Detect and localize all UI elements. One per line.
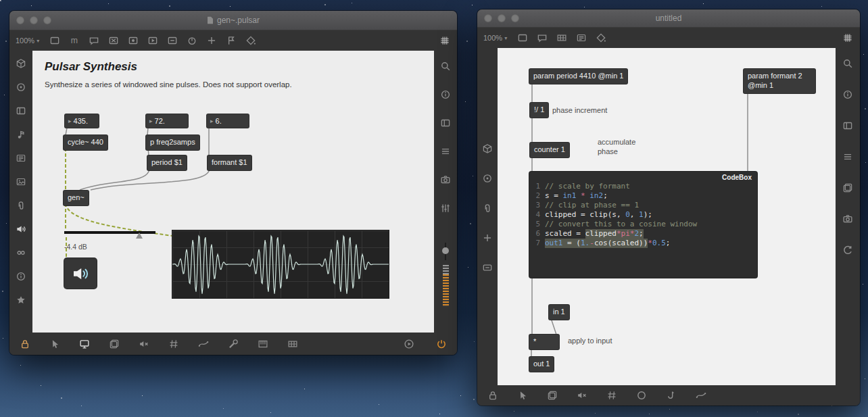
console-list-icon[interactable] bbox=[842, 151, 854, 163]
mixer-icon[interactable] bbox=[439, 202, 452, 214]
console-list-icon[interactable] bbox=[439, 145, 452, 157]
compile-refresh-icon[interactable] bbox=[842, 244, 854, 256]
gain-slider[interactable] bbox=[64, 229, 155, 239]
lock-icon[interactable] bbox=[487, 389, 499, 401]
number-box-formant[interactable]: ▸ 6. bbox=[207, 114, 249, 128]
number-box-period[interactable]: ▸ 72. bbox=[146, 114, 188, 128]
speaker-toggle-button[interactable] bbox=[64, 258, 97, 289]
circle-tool-icon[interactable] bbox=[635, 389, 648, 401]
maximize-button[interactable] bbox=[511, 14, 519, 22]
keyboard-piano-icon[interactable] bbox=[257, 338, 269, 350]
attachments-icon[interactable] bbox=[481, 202, 493, 214]
patch-cords-icon[interactable] bbox=[197, 338, 210, 350]
object-param-formant[interactable]: param formant 2 @min 1 bbox=[744, 69, 815, 93]
playbar-icon[interactable] bbox=[147, 34, 159, 47]
step-grid-icon[interactable] bbox=[287, 338, 299, 350]
attachments-icon[interactable] bbox=[15, 199, 27, 212]
close-button[interactable] bbox=[16, 16, 24, 24]
clips-icon[interactable] bbox=[575, 32, 587, 44]
vizzie-icon[interactable] bbox=[15, 270, 27, 283]
object-box-icon[interactable] bbox=[516, 32, 529, 44]
button-icon[interactable] bbox=[127, 34, 139, 47]
toggle-icon[interactable] bbox=[107, 34, 120, 47]
object-in1[interactable]: in 1 bbox=[549, 305, 569, 320]
number-box-freq[interactable]: ▸ 435. bbox=[65, 114, 99, 128]
inspector-icon[interactable] bbox=[439, 89, 452, 101]
code-line[interactable]: 4clipped = clip(s, 0, 1); bbox=[529, 210, 757, 220]
images-icon[interactable] bbox=[15, 176, 27, 188]
minimize-button[interactable] bbox=[30, 16, 38, 24]
sidebar-panel-icon[interactable] bbox=[842, 120, 854, 132]
object-gen[interactable]: gen~ bbox=[64, 191, 89, 205]
object-phase-increment[interactable]: !/ 1 bbox=[530, 103, 548, 118]
slider-handle[interactable] bbox=[136, 232, 143, 239]
presentation-mode-icon[interactable] bbox=[78, 338, 91, 350]
grid-toggle-icon[interactable] bbox=[842, 32, 854, 44]
paint-format-icon[interactable] bbox=[595, 32, 607, 44]
paint-format-icon[interactable] bbox=[245, 34, 257, 47]
clips-icon[interactable] bbox=[15, 152, 27, 164]
lock-icon[interactable] bbox=[19, 338, 31, 350]
maximize-button[interactable] bbox=[43, 16, 51, 24]
comment-phase-increment[interactable]: phase increment bbox=[552, 105, 607, 115]
inspector-icon[interactable] bbox=[842, 89, 854, 101]
titlebar[interactable]: untitled bbox=[477, 9, 860, 28]
code-line[interactable]: 7out1 = (1.-cos(scaled))*0.5; bbox=[529, 239, 757, 248]
audio-files-icon[interactable] bbox=[15, 128, 27, 141]
comment-apply-to-input[interactable]: apply to input bbox=[568, 336, 612, 345]
number-box-icon[interactable] bbox=[166, 34, 178, 47]
snippets-icon[interactable] bbox=[15, 81, 27, 93]
snapshot-camera-icon[interactable] bbox=[842, 213, 854, 225]
select-tool-icon[interactable] bbox=[516, 389, 529, 401]
layers-icon[interactable] bbox=[108, 338, 120, 350]
object-multiply[interactable]: * bbox=[529, 335, 559, 349]
grid-snap-icon[interactable] bbox=[606, 389, 618, 401]
waveform-scope[interactable] bbox=[172, 230, 389, 298]
console-panel-icon[interactable] bbox=[15, 105, 27, 117]
code-line[interactable]: 5// convert this to a cosine window bbox=[529, 220, 757, 229]
comment-icon[interactable] bbox=[536, 32, 548, 44]
object-counter[interactable]: counter 1 bbox=[530, 143, 569, 157]
level-meter[interactable] bbox=[443, 243, 449, 307]
audio-io-icon[interactable] bbox=[15, 223, 27, 235]
message-box-icon[interactable] bbox=[68, 34, 80, 47]
dial-icon[interactable] bbox=[186, 34, 198, 47]
grid-toggle-icon[interactable] bbox=[439, 34, 451, 47]
code-line[interactable]: 1// scale by formant bbox=[529, 182, 757, 191]
snapshot-camera-icon[interactable] bbox=[439, 174, 452, 186]
patch-cords-icon[interactable] bbox=[695, 389, 707, 401]
audio-mute-icon[interactable] bbox=[576, 389, 588, 401]
codebox[interactable]: CodeBox 1// scale by formant2s = in1 * i… bbox=[529, 172, 757, 278]
object-period[interactable]: period $1 bbox=[147, 155, 187, 170]
comment-icon[interactable] bbox=[88, 34, 100, 47]
meter-knob[interactable] bbox=[442, 247, 449, 254]
object-cycle[interactable]: cycle~ 440 bbox=[64, 135, 107, 150]
code-line[interactable]: 2s = in1 * in2; bbox=[529, 191, 757, 201]
probe-icon[interactable] bbox=[225, 34, 237, 47]
audio-mute-icon[interactable] bbox=[138, 338, 150, 350]
search-icon[interactable] bbox=[842, 57, 854, 70]
code-line[interactable]: 6scaled = clipped*pi*2; bbox=[529, 229, 757, 239]
snippets-icon[interactable] bbox=[481, 172, 493, 185]
gen-patcher-canvas[interactable]: param period 4410 @min 1 param formant 2… bbox=[498, 48, 836, 385]
patcher-canvas[interactable]: Pulsar Synthesis Synthesize a series of … bbox=[32, 51, 434, 333]
tools-wrench-icon[interactable] bbox=[227, 338, 239, 350]
beap-icon[interactable] bbox=[15, 247, 27, 259]
minimize-button[interactable] bbox=[498, 14, 506, 22]
comment-accumulate-phase[interactable]: accumulate phase bbox=[598, 137, 645, 157]
sidebar-panel-icon[interactable] bbox=[439, 117, 452, 129]
search-icon[interactable] bbox=[439, 60, 452, 72]
object-out1[interactable]: out 1 bbox=[529, 357, 554, 372]
packages-icon[interactable] bbox=[15, 57, 27, 70]
object-freq2samps[interactable]: p freq2samps bbox=[146, 135, 199, 150]
object-box-icon[interactable] bbox=[49, 34, 61, 47]
favorites-icon[interactable] bbox=[15, 294, 27, 306]
packages-icon[interactable] bbox=[481, 143, 493, 155]
object-formant[interactable]: formant $1 bbox=[208, 155, 251, 170]
titlebar[interactable]: gen~.pulsar bbox=[9, 11, 457, 30]
add-object-icon[interactable] bbox=[481, 232, 493, 244]
collapse-panel-icon[interactable] bbox=[481, 262, 493, 274]
audio-power-icon[interactable] bbox=[435, 338, 448, 350]
layers-icon[interactable] bbox=[842, 182, 854, 194]
code-line[interactable]: 3// clip at phase == 1 bbox=[529, 201, 757, 210]
